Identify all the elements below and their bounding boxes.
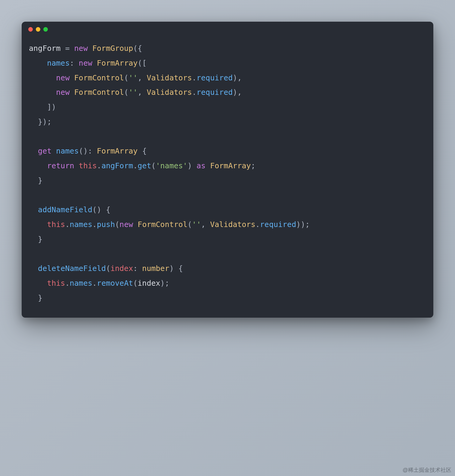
code-token: new xyxy=(56,73,70,82)
code-token: get xyxy=(138,161,151,170)
code-token: ] xyxy=(47,103,51,111)
code-token xyxy=(29,264,38,273)
code-token: names xyxy=(56,147,79,155)
code-token: ( xyxy=(151,161,156,170)
code-token: Validators xyxy=(147,88,192,97)
code-token: } xyxy=(38,235,42,244)
code-token: FormGroup xyxy=(92,44,133,53)
code-token: , xyxy=(201,220,206,229)
code-token: . xyxy=(92,279,97,288)
code-token: ( xyxy=(187,220,192,229)
code-token xyxy=(29,161,47,170)
code-token xyxy=(206,220,210,229)
code-token: = xyxy=(65,44,70,53)
code-token xyxy=(29,205,38,214)
code-token xyxy=(138,264,142,273)
code-token: ( xyxy=(124,73,128,82)
code-token: FormControl xyxy=(138,220,187,229)
code-token: required xyxy=(197,88,233,97)
code-token xyxy=(60,44,65,53)
code-token: ( xyxy=(133,279,138,288)
code-token: { xyxy=(106,205,110,214)
code-token: names xyxy=(70,279,92,288)
code-token: { xyxy=(138,44,142,53)
code-token: . xyxy=(255,220,260,229)
code-token: ; xyxy=(305,220,310,229)
code-token: ( xyxy=(106,264,110,273)
code-token: ) xyxy=(97,205,101,214)
code-token: { xyxy=(178,264,183,273)
code-token xyxy=(51,147,56,155)
code-token: ; xyxy=(251,161,255,170)
window-titlebar xyxy=(22,22,433,32)
code-token: ) xyxy=(233,88,237,97)
code-token: ) xyxy=(301,220,305,229)
code-token: ) xyxy=(160,279,165,288)
code-token xyxy=(29,73,56,82)
code-token: '' xyxy=(128,88,138,97)
code-token: FormControl xyxy=(74,73,124,82)
code-token: new xyxy=(74,44,88,53)
code-token xyxy=(29,235,38,244)
code-token: index xyxy=(110,264,133,273)
code-token xyxy=(174,264,178,273)
code-token: names xyxy=(47,59,70,67)
code-token xyxy=(92,147,97,155)
code-token: this xyxy=(79,161,97,170)
code-token xyxy=(133,220,138,229)
code-token: : xyxy=(70,59,74,67)
code-token: : xyxy=(133,264,138,273)
code-token: '' xyxy=(128,73,138,82)
code-token: removeAt xyxy=(97,279,133,288)
code-token: get xyxy=(38,147,51,155)
code-token: . xyxy=(92,220,97,229)
code-token xyxy=(92,59,97,67)
code-token xyxy=(70,73,74,82)
code-token: , xyxy=(138,88,142,97)
code-token: ) xyxy=(296,220,301,229)
code-token: ) xyxy=(187,161,192,170)
code-token: , xyxy=(237,88,242,97)
watermark-text: @稀土掘金技术社区 xyxy=(403,466,451,474)
code-token xyxy=(29,294,38,302)
code-token: angForm xyxy=(101,161,133,170)
code-token: FormArray xyxy=(97,59,138,67)
code-token: this xyxy=(47,220,65,229)
code-token: return xyxy=(47,161,74,170)
code-token: '' xyxy=(192,220,201,229)
code-token xyxy=(29,147,38,155)
maximize-icon[interactable] xyxy=(43,27,48,32)
code-token: : xyxy=(88,147,92,155)
code-token xyxy=(74,59,79,67)
code-token: deleteNameField xyxy=(38,264,106,273)
code-token xyxy=(206,161,210,170)
code-token: number xyxy=(142,264,169,273)
close-icon[interactable] xyxy=(28,27,33,32)
code-token xyxy=(88,44,92,53)
code-token: , xyxy=(138,73,142,82)
minimize-icon[interactable] xyxy=(36,27,40,32)
code-token: ( xyxy=(133,44,138,53)
code-token: required xyxy=(260,220,296,229)
code-token xyxy=(29,176,38,185)
code-token: ) xyxy=(169,264,174,273)
code-token xyxy=(142,73,147,82)
code-token: ) xyxy=(51,103,56,111)
code-token: as xyxy=(197,161,206,170)
code-token: push xyxy=(97,220,115,229)
code-token: [ xyxy=(142,59,147,67)
code-token: FormControl xyxy=(74,88,124,97)
code-token: } xyxy=(38,117,42,126)
code-token: new xyxy=(119,220,133,229)
code-token: ( xyxy=(138,59,142,67)
code-token: index xyxy=(138,279,160,288)
code-token: this xyxy=(47,279,65,288)
code-token: ) xyxy=(42,117,47,126)
code-token xyxy=(29,59,47,67)
code-token: ( xyxy=(92,205,97,214)
code-token: ) xyxy=(83,147,88,155)
code-token: . xyxy=(192,88,197,97)
code-token xyxy=(29,117,38,126)
code-token: . xyxy=(97,161,101,170)
code-token: new xyxy=(56,88,70,97)
